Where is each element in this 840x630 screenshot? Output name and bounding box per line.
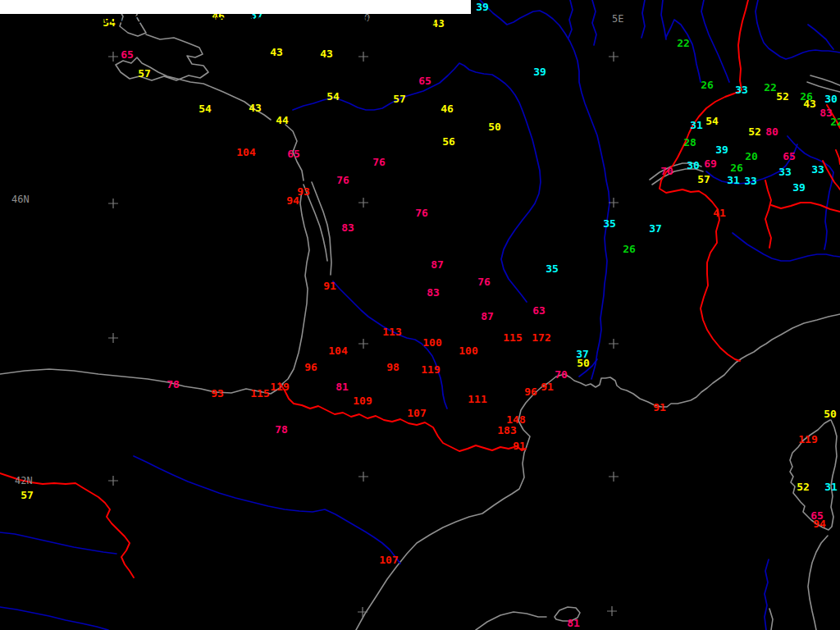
station-value: 41 (713, 207, 726, 219)
station-value: 57 (697, 173, 710, 185)
station-value: 94 (813, 518, 826, 530)
station-value: 57 (393, 93, 406, 105)
station-value: 65 (287, 148, 300, 160)
station-value: 113 (382, 326, 401, 338)
station-value: 22 (830, 116, 840, 128)
station-value: 39 (792, 181, 806, 194)
station-value: 39 (476, 1, 489, 13)
station-value: 37 (649, 222, 662, 235)
station-value: 26 (623, 243, 636, 255)
station-value: 54 (705, 115, 719, 127)
station-value: 63 (532, 304, 546, 317)
station-value: 70 (555, 368, 568, 381)
station-value: 22 (677, 37, 690, 49)
station-value: 43 (249, 102, 262, 114)
station-value: 50 (824, 408, 837, 420)
station-value: 30 (824, 93, 838, 105)
station-value: 50 (488, 121, 501, 133)
station-value: 91 (653, 401, 666, 413)
station-value: 76 (415, 207, 428, 219)
station-value: 107 (379, 554, 398, 566)
station-value: 183 (497, 424, 516, 436)
station-value: 30 (687, 159, 700, 171)
station-value: 52 (776, 90, 789, 103)
map-title: SAM 24.01.09 12:00 UTC Bodenwettermeldun… (14, 13, 467, 25)
station-value: 76 (477, 276, 491, 288)
station-value: 52 (797, 481, 810, 493)
station-value: 26 (730, 162, 743, 174)
weather-map-screen: 05E46N42N5446374339655743432239652633225… (0, 0, 840, 630)
station-value: 93 (211, 387, 224, 399)
station-value: 35 (603, 217, 616, 230)
station-value: 96 (524, 386, 537, 398)
station-value: 22 (764, 81, 777, 94)
station-value: 119 (270, 381, 289, 393)
graticule-label: 46N (11, 194, 30, 205)
title-bar: SAM 24.01.09 12:00 UTC Bodenwettermeldun… (0, 0, 471, 14)
station-value: 65 (418, 75, 431, 87)
station-value: 104 (328, 345, 348, 357)
weather-map: 05E46N42N5446374339655743432239652633225… (0, 0, 840, 630)
station-value: 43 (803, 98, 816, 110)
station-value: 81 (567, 617, 580, 629)
station-value: 115 (250, 387, 269, 399)
station-value: 54 (326, 90, 340, 103)
station-value: 91 (541, 381, 554, 393)
station-value: 96 (304, 361, 317, 373)
station-value: 87 (481, 310, 494, 322)
station-value: 28 (683, 136, 696, 148)
station-value: 33 (778, 166, 792, 178)
station-value: 83 (427, 286, 440, 299)
station-value: 91 (323, 280, 336, 292)
station-value: 33 (811, 163, 824, 176)
station-value: 39 (533, 66, 546, 78)
station-value: 100 (459, 345, 478, 357)
station-value: 44 (276, 114, 289, 126)
station-value: 43 (320, 48, 333, 60)
station-value: 54 (199, 103, 212, 115)
station-value: 57 (138, 67, 151, 80)
station-value: 100 (422, 336, 442, 349)
station-value: 76 (372, 156, 386, 168)
station-value: 94 (286, 194, 299, 207)
station-value: 109 (353, 395, 372, 407)
station-value: 65 (121, 48, 134, 61)
station-value: 87 (431, 258, 444, 271)
station-value: 104 (236, 146, 256, 158)
graticule-label: 42N (15, 475, 33, 486)
station-value: 56 (442, 135, 455, 148)
station-value: 91 (513, 440, 526, 452)
station-value: 119 (421, 363, 440, 376)
station-value: 57 (21, 489, 34, 501)
station-value: 80 (765, 126, 778, 138)
station-value: 119 (798, 433, 817, 445)
station-value: 31 (690, 119, 703, 131)
station-value: 35 (546, 262, 559, 275)
station-value: 50 (577, 357, 590, 369)
map-background (0, 0, 840, 630)
station-value: 31 (727, 174, 740, 186)
station-value: 111 (468, 393, 487, 405)
graticule-label: 5E (612, 13, 623, 25)
station-value: 33 (735, 84, 748, 96)
station-value: 65 (783, 150, 796, 162)
station-value: 20 (745, 150, 758, 162)
station-value: 115 (503, 331, 522, 344)
station-value: 43 (270, 46, 283, 58)
station-value: 39 (715, 144, 728, 156)
station-value: 98 (386, 361, 399, 373)
station-value: 70 (660, 165, 673, 177)
station-value: 76 (336, 174, 349, 186)
station-value: 69 (704, 158, 717, 170)
station-value: 172 (532, 331, 550, 344)
station-value: 78 (167, 378, 180, 390)
station-value: 78 (275, 423, 288, 436)
station-value: 81 (336, 381, 349, 393)
station-value: 33 (744, 175, 757, 187)
station-value: 46 (441, 103, 454, 115)
station-value: 26 (701, 79, 714, 91)
station-value: 52 (748, 126, 761, 138)
station-value: 107 (407, 407, 426, 419)
station-value: 83 (341, 221, 354, 234)
station-value: 31 (824, 481, 838, 493)
